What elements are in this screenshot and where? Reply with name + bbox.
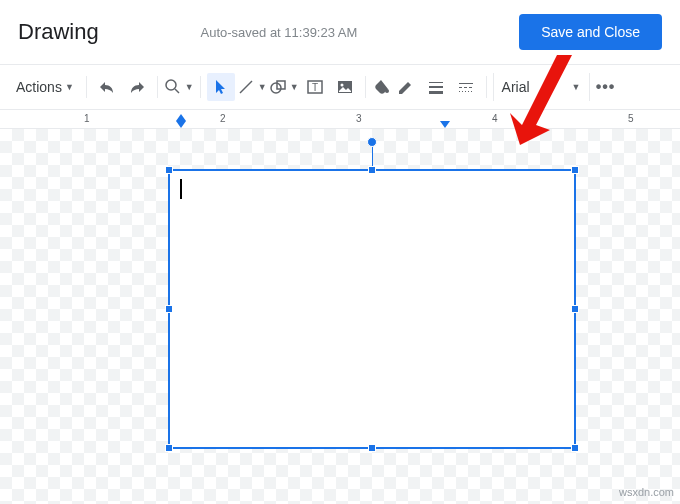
svg-line-2 [240, 81, 252, 93]
image-tool[interactable] [331, 73, 359, 101]
save-and-close-button[interactable]: Save and Close [519, 14, 662, 50]
caret-down-icon: ▼ [185, 82, 194, 92]
fill-icon [372, 78, 390, 96]
drawing-canvas[interactable] [0, 129, 680, 504]
zoom-icon [164, 78, 182, 96]
resize-handle-bottom-middle[interactable] [368, 444, 376, 452]
resize-handle-top-left[interactable] [165, 166, 173, 174]
svg-rect-11 [429, 86, 443, 88]
svg-rect-17 [459, 91, 460, 92]
image-icon [336, 78, 354, 96]
resize-handle-top-right[interactable] [571, 166, 579, 174]
line-tool[interactable]: ▼ [237, 78, 267, 96]
shape-icon [269, 78, 287, 96]
svg-point-0 [166, 80, 176, 90]
watermark: wsxdn.com [619, 486, 674, 498]
caret-down-icon: ▼ [290, 82, 299, 92]
autosave-status: Auto-saved at 11:39:23 AM [39, 25, 519, 40]
cursor-icon [212, 78, 230, 96]
border-color-button[interactable] [392, 73, 420, 101]
svg-rect-10 [429, 82, 443, 83]
redo-icon [128, 78, 146, 96]
zoom-button[interactable]: ▼ [164, 78, 194, 96]
more-icon: ••• [596, 78, 616, 96]
more-options-button[interactable]: ••• [592, 73, 620, 101]
ruler-number: 4 [492, 113, 498, 124]
actions-label: Actions [16, 79, 62, 95]
undo-icon [98, 78, 116, 96]
svg-rect-13 [459, 83, 473, 84]
indent-left-marker[interactable] [176, 121, 186, 128]
separator [200, 76, 201, 98]
undo-button[interactable] [93, 73, 121, 101]
ruler-number: 5 [628, 113, 634, 124]
border-dash-button[interactable] [452, 73, 480, 101]
line-icon [237, 78, 255, 96]
svg-text:T: T [312, 82, 318, 93]
svg-rect-16 [469, 87, 472, 88]
svg-rect-19 [465, 91, 466, 92]
selected-textbox[interactable] [168, 169, 576, 449]
svg-rect-20 [468, 91, 469, 92]
font-name-label: Arial [502, 79, 552, 95]
svg-point-9 [385, 89, 389, 93]
horizontal-ruler: 1 2 3 4 5 [0, 109, 680, 129]
svg-rect-12 [429, 91, 443, 94]
ruler-number: 1 [84, 113, 90, 124]
indent-first-line-marker[interactable] [176, 114, 186, 121]
shape-tool[interactable]: ▼ [269, 78, 299, 96]
svg-rect-18 [462, 91, 463, 92]
textbox-icon: T [306, 78, 324, 96]
text-cursor [180, 179, 182, 199]
ruler-number: 3 [356, 113, 362, 124]
svg-point-3 [271, 83, 281, 93]
caret-down-icon: ▼ [65, 82, 74, 92]
svg-line-1 [175, 89, 179, 93]
resize-handle-middle-right[interactable] [571, 305, 579, 313]
caret-down-icon: ▼ [258, 82, 267, 92]
select-tool[interactable] [207, 73, 235, 101]
resize-handle-bottom-left[interactable] [165, 444, 173, 452]
resize-handle-top-middle[interactable] [368, 166, 376, 174]
rotation-handle[interactable] [367, 137, 377, 147]
textbox-tool[interactable]: T [301, 73, 329, 101]
toolbar: Actions ▼ ▼ ▼ ▼ T [0, 65, 680, 109]
svg-rect-21 [471, 91, 472, 92]
border-weight-button[interactable] [422, 73, 450, 101]
separator [157, 76, 158, 98]
separator [86, 76, 87, 98]
font-selector[interactable]: Arial ▼ [493, 73, 590, 101]
redo-button[interactable] [123, 73, 151, 101]
caret-down-icon: ▼ [572, 82, 581, 92]
dialog-header: Drawing Auto-saved at 11:39:23 AM Save a… [0, 0, 680, 60]
pencil-icon [397, 78, 415, 96]
svg-point-8 [340, 84, 343, 87]
ruler-number: 2 [220, 113, 226, 124]
separator [365, 76, 366, 98]
resize-handle-bottom-right[interactable] [571, 444, 579, 452]
separator [486, 76, 487, 98]
weight-icon [427, 78, 445, 96]
resize-handle-middle-left[interactable] [165, 305, 173, 313]
svg-rect-15 [464, 87, 467, 88]
fill-color-button[interactable] [372, 78, 390, 96]
actions-menu[interactable]: Actions ▼ [10, 75, 80, 99]
svg-rect-14 [459, 87, 462, 88]
dash-icon [457, 78, 475, 96]
indent-right-marker[interactable] [440, 121, 450, 128]
